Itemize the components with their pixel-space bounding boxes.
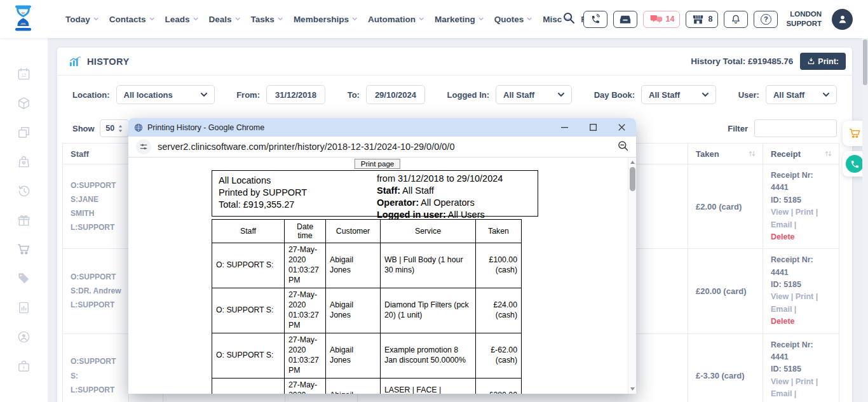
staff-cell: O:SUPPORTS:JANE SMITHL:SUPPORT — [63, 164, 129, 249]
receipt-cell: Receipt Nr: 4441 ID: 5185 View | Print |… — [763, 164, 839, 249]
taken-cell: £20.00 (card) — [688, 249, 763, 333]
minimize-button[interactable] — [550, 118, 579, 137]
left-sidebar: 12 — [0, 38, 48, 402]
stepper-arrows-icon — [118, 125, 123, 132]
nav-marketing[interactable]: Marketing — [435, 15, 484, 24]
close-button[interactable] — [607, 118, 636, 137]
print-link[interactable]: Print — [796, 208, 813, 217]
nav-quotes[interactable]: Quotes — [494, 15, 533, 24]
view-link[interactable]: View — [771, 377, 789, 386]
topbar-actions: 14 8 ? LONDON SUPPORT — [562, 0, 853, 38]
taken-cell: £-3.30 (card) — [688, 333, 763, 402]
pos-button[interactable]: 8 — [686, 11, 718, 28]
popup-scrollbar-thumb[interactable] — [630, 167, 635, 191]
doc-staff: Staff:All Staff — [377, 185, 538, 197]
cart-icon — [848, 126, 862, 140]
email-link[interactable]: Email — [771, 305, 792, 314]
search-icon[interactable] — [562, 11, 576, 27]
clinicsoftware-logo-icon[interactable] — [11, 4, 35, 36]
from-label: From: — [236, 90, 260, 100]
doc-total: Total: £919,355.27 — [219, 199, 377, 211]
view-link[interactable]: View — [771, 292, 789, 301]
window-title-bar[interactable]: Printing History - Google Chrome — [128, 118, 636, 137]
case-icon[interactable] — [17, 359, 32, 373]
user-select[interactable]: All Staff — [766, 85, 837, 104]
chat-count-badge: 14 — [666, 15, 675, 23]
nav-today[interactable]: Today — [65, 15, 99, 24]
print-doc-header: All Locations Printed by SUPPORT Total: … — [212, 170, 538, 217]
sort-icon — [824, 150, 832, 157]
store-icon — [691, 14, 705, 25]
filters-row: Location: All locations From: 31/12/2018… — [57, 76, 852, 114]
nav-tasks[interactable]: Tasks — [251, 15, 283, 24]
filter-input[interactable] — [754, 119, 837, 137]
gift-icon[interactable] — [17, 213, 32, 227]
email-link[interactable]: Email — [771, 220, 792, 229]
person-icon — [836, 13, 849, 25]
nav-automation[interactable]: Automation — [368, 15, 424, 24]
svg-text:12: 12 — [22, 73, 27, 77]
url-text[interactable]: server2.clinicsoftware.com/printer/histo… — [158, 142, 454, 152]
tag-icon[interactable] — [17, 271, 32, 285]
inbox-button[interactable] — [613, 11, 637, 28]
nav-memberships[interactable]: Memberships — [294, 15, 358, 24]
copy-icon[interactable] — [17, 125, 32, 139]
location-label: Location: — [72, 90, 110, 100]
email-link[interactable]: Email — [771, 389, 792, 398]
chat-bubbles-icon — [649, 14, 663, 24]
page-title: HISTORY — [87, 57, 129, 67]
print-page-button[interactable]: Print page — [355, 159, 400, 169]
maximize-button[interactable] — [579, 118, 607, 137]
to-date-input[interactable]: 29/10/2024 — [366, 85, 425, 104]
scroll-down-arrow[interactable] — [628, 385, 636, 393]
print-link[interactable]: Print — [796, 292, 813, 301]
phone-button[interactable] — [583, 11, 607, 28]
show-label: Show — [72, 124, 95, 133]
cart-icon[interactable] — [17, 242, 32, 256]
day-book-select[interactable]: All Staff — [641, 85, 716, 104]
staff-cell: O:SUPPORTS:L:SUPPORT — [63, 333, 129, 402]
question-icon: ? — [761, 14, 771, 25]
zoom-icon[interactable] — [618, 140, 628, 154]
delete-link[interactable]: Delete — [771, 316, 832, 328]
from-date-input[interactable]: 31/12/2018 — [266, 85, 325, 104]
doc-date-range: from 31/12/2018 to 29/10/2024 — [377, 173, 538, 185]
staff-cell: O:SUPPORTS:DR. AndrewL:SUPPORT — [63, 249, 129, 333]
help-button[interactable]: ? — [754, 11, 778, 28]
bag-icon[interactable] — [17, 154, 32, 168]
doc-row: O: SUPPORT S:27-May-2020 01:03:27 PMAbig… — [212, 378, 522, 394]
show-count-select[interactable]: 50 — [100, 119, 129, 137]
delete-link[interactable]: Delete — [771, 231, 832, 243]
phone-icon — [850, 159, 860, 169]
doc-operator: Operator:All Operators — [377, 197, 538, 209]
reports-icon[interactable] — [17, 300, 32, 314]
avatar[interactable] — [832, 9, 853, 30]
notifications-button[interactable] — [724, 11, 748, 28]
history-icon[interactable] — [17, 184, 32, 198]
page-scrollbar-thumb[interactable] — [863, 39, 867, 85]
chat-button[interactable]: 14 — [643, 11, 681, 28]
col-staff[interactable]: Staff — [63, 144, 129, 164]
products-icon[interactable] — [17, 96, 32, 110]
nav-deals[interactable]: Deals — [209, 15, 241, 24]
scroll-up-arrow[interactable] — [628, 158, 636, 166]
sort-icon — [748, 150, 756, 157]
col-taken[interactable]: Taken — [688, 144, 763, 164]
chevron-down-icon — [201, 93, 207, 97]
print-link[interactable]: Print — [796, 377, 813, 386]
nav-leads[interactable]: Leads — [165, 15, 199, 24]
popup-scrollbar[interactable] — [628, 157, 636, 394]
doc-row: O: SUPPORT S:27-May-2020 01:03:27 PMAbig… — [212, 288, 522, 333]
address-bar[interactable]: server2.clinicsoftware.com/printer/histo… — [128, 137, 636, 157]
logged-in-select[interactable]: All Staff — [496, 85, 572, 104]
nav-contacts[interactable]: Contacts — [109, 15, 155, 24]
calendar-icon[interactable]: 12 — [17, 67, 32, 81]
doc-printed-by: Printed by SUPPORT — [219, 187, 377, 199]
col-receipt[interactable]: Receipt — [763, 144, 839, 164]
print-button[interactable]: Print: — [800, 53, 846, 70]
view-link[interactable]: View — [771, 208, 789, 217]
page-scrollbar[interactable] — [862, 38, 868, 402]
account-icon[interactable] — [17, 330, 32, 344]
site-settings-icon[interactable] — [136, 139, 151, 154]
location-select[interactable]: All locations — [116, 85, 215, 104]
